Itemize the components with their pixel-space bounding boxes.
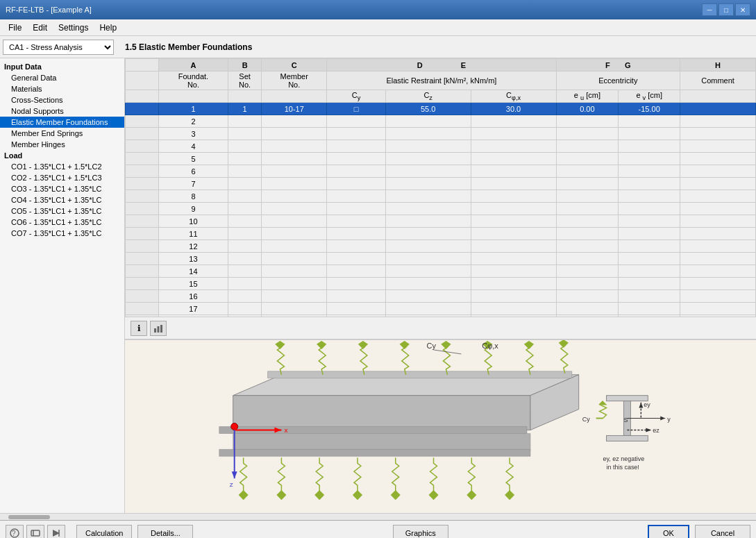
table-cell[interactable] xyxy=(619,165,680,178)
sidebar-item-materials[interactable]: Materials xyxy=(0,83,124,94)
table-cell[interactable] xyxy=(471,278,556,290)
table-row[interactable]: 14 xyxy=(158,265,228,278)
table-row[interactable]: 6 xyxy=(158,165,228,178)
table-cell[interactable] xyxy=(556,203,619,215)
sidebar-item-co1[interactable]: CO1 - 1.35*LC1 + 1.5*LC2 xyxy=(0,161,124,172)
sidebar-item-co3[interactable]: CO3 - 1.35*LC1 + 1.35*LC xyxy=(0,183,124,194)
table-cell[interactable] xyxy=(385,115,471,128)
table-cell[interactable] xyxy=(262,240,327,253)
table-cell[interactable] xyxy=(556,315,619,317)
info-button[interactable]: ℹ xyxy=(131,321,147,336)
table-cell[interactable] xyxy=(619,190,680,203)
table-row[interactable]: 16 xyxy=(158,290,228,303)
table-cell[interactable] xyxy=(262,165,327,178)
table-cell[interactable] xyxy=(385,215,471,228)
table-cell[interactable] xyxy=(471,203,556,215)
table-cell[interactable] xyxy=(262,178,327,190)
table-cell[interactable] xyxy=(680,228,756,240)
table-cell[interactable] xyxy=(680,140,756,153)
table-cell[interactable] xyxy=(556,290,619,303)
table-cell[interactable] xyxy=(619,303,680,315)
table-cell[interactable] xyxy=(327,240,385,253)
table-cell[interactable] xyxy=(619,228,680,240)
table-cell[interactable] xyxy=(262,140,327,153)
table-area[interactable]: A B C D E F G H Foundat.No. SetNo. Membe… xyxy=(125,58,756,317)
table-cell[interactable] xyxy=(619,278,680,290)
table-cell[interactable] xyxy=(556,303,619,315)
table-cell[interactable] xyxy=(228,315,262,317)
table-cell[interactable] xyxy=(471,178,556,190)
maximize-button[interactable]: □ xyxy=(719,3,734,16)
table-row[interactable]: 9 xyxy=(158,203,228,215)
table-cell[interactable] xyxy=(556,215,619,228)
table-cell[interactable] xyxy=(680,215,756,228)
table-cell[interactable] xyxy=(385,240,471,253)
table-cell[interactable] xyxy=(619,115,680,128)
table-cell[interactable] xyxy=(471,303,556,315)
ok-button[interactable]: OK xyxy=(648,525,689,539)
table-row[interactable]: 5 xyxy=(158,153,228,165)
table-cell[interactable] xyxy=(471,140,556,153)
table-cell[interactable] xyxy=(556,228,619,240)
table-cell[interactable] xyxy=(471,115,556,128)
table-cell[interactable] xyxy=(228,253,262,265)
table-cell[interactable] xyxy=(385,290,471,303)
table-cell[interactable] xyxy=(556,253,619,265)
table-row[interactable]: 12 xyxy=(158,240,228,253)
table-cell[interactable] xyxy=(228,115,262,128)
menu-file[interactable]: File xyxy=(3,22,27,34)
table-cell[interactable] xyxy=(680,165,756,178)
table-cell[interactable] xyxy=(228,215,262,228)
minimize-button[interactable]: ─ xyxy=(702,3,717,16)
menu-help[interactable]: Help xyxy=(94,22,122,34)
table-cell[interactable] xyxy=(228,303,262,315)
table-cell[interactable] xyxy=(680,303,756,315)
table-cell[interactable] xyxy=(471,128,556,140)
table-cell[interactable] xyxy=(327,128,385,140)
table-cell[interactable] xyxy=(556,240,619,253)
table-cell[interactable] xyxy=(556,265,619,278)
table-cell[interactable] xyxy=(262,290,327,303)
table-cell[interactable] xyxy=(327,265,385,278)
back-button[interactable]: ? xyxy=(6,525,24,539)
table-cell[interactable] xyxy=(262,315,327,317)
prev-button[interactable] xyxy=(26,525,44,539)
table-cell[interactable] xyxy=(327,253,385,265)
table-cell[interactable] xyxy=(680,178,756,190)
table-row[interactable]: 10 xyxy=(158,215,228,228)
menu-edit[interactable]: Edit xyxy=(27,22,53,34)
table-cell[interactable] xyxy=(556,153,619,165)
sidebar-item-co7[interactable]: CO7 - 1.35*LC1 + 1.35*LC xyxy=(0,228,124,239)
table-cell[interactable] xyxy=(327,140,385,153)
table-cell[interactable] xyxy=(262,228,327,240)
table-cell[interactable] xyxy=(680,240,756,253)
table-cell[interactable] xyxy=(327,203,385,215)
table-cell[interactable]: 1 xyxy=(228,103,262,115)
table-cell[interactable] xyxy=(327,290,385,303)
table-cell[interactable] xyxy=(619,240,680,253)
table-cell[interactable] xyxy=(327,165,385,178)
table-cell[interactable] xyxy=(327,228,385,240)
sidebar-item-co6[interactable]: CO6 - 1.35*LC1 + 1.35*LC xyxy=(0,217,124,228)
table-cell[interactable] xyxy=(680,190,756,203)
table-cell[interactable] xyxy=(327,178,385,190)
table-row[interactable]: 4 xyxy=(158,140,228,153)
table-cell[interactable] xyxy=(228,290,262,303)
sidebar-item-nodal-supports[interactable]: Nodal Supports xyxy=(0,106,124,117)
table-cell[interactable] xyxy=(385,165,471,178)
table-cell[interactable] xyxy=(619,203,680,215)
table-cell[interactable] xyxy=(385,178,471,190)
table-row[interactable]: 17 xyxy=(158,303,228,315)
table-cell[interactable] xyxy=(327,190,385,203)
details-button[interactable]: Details... xyxy=(137,525,193,539)
calculation-button[interactable]: Calculation xyxy=(76,525,132,539)
table-cell[interactable] xyxy=(680,153,756,165)
table-cell[interactable] xyxy=(471,215,556,228)
table-cell[interactable] xyxy=(680,253,756,265)
table-cell[interactable] xyxy=(262,203,327,215)
table-cell[interactable] xyxy=(385,203,471,215)
table-cell[interactable] xyxy=(471,253,556,265)
table-row[interactable]: 15 xyxy=(158,278,228,290)
table-cell[interactable] xyxy=(228,178,262,190)
table-cell[interactable] xyxy=(385,278,471,290)
